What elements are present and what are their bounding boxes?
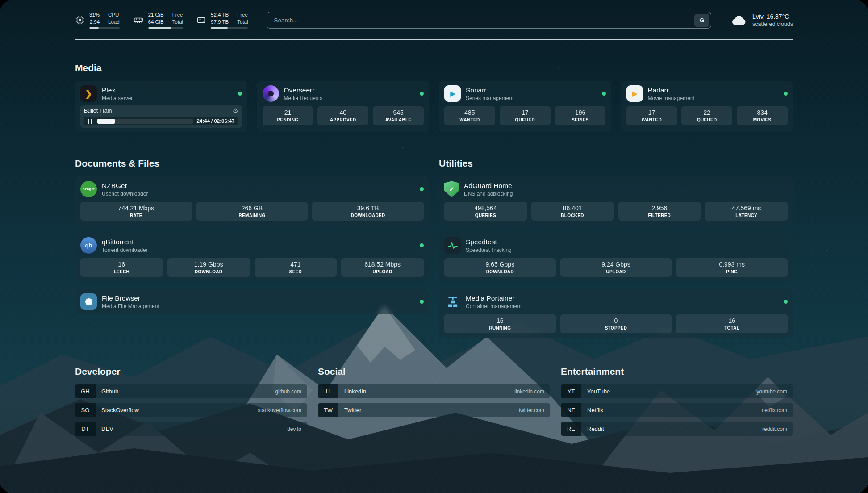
bookmark-reddit[interactable]: RE Reddit reddit.com: [561, 422, 793, 436]
bookmark-url: stackoverflow.com: [258, 407, 301, 414]
bookmark-url: netflix.com: [762, 407, 787, 414]
bookmark-url: github.com: [275, 389, 301, 395]
section-heading-utilities: Utilities: [439, 158, 793, 169]
status-dot: [420, 187, 424, 191]
media-grid: ❯ Plex Media server Bullet Train ⚙: [75, 81, 793, 132]
stat-movies: 834MOVIES: [737, 106, 788, 125]
radarr-icon: ▶: [626, 85, 643, 102]
nzbget-icon: nzbget: [80, 181, 97, 197]
service-card-portainer[interactable]: Media Portainer Container management 16R…: [439, 289, 793, 338]
status-dot: [602, 92, 606, 96]
stat-queries: 498,564QUERIES: [444, 202, 527, 221]
cloud-icon: [730, 14, 747, 26]
stat-upload: 618.52 MbpsUPLOAD: [341, 258, 424, 277]
pause-button[interactable]: [86, 119, 94, 124]
bookmark-youtube[interactable]: YT YouTube youtube.com: [561, 384, 793, 398]
section-heading-documents: Documents & Files: [75, 158, 429, 169]
service-subtitle: Usenet downloader: [102, 191, 148, 197]
bookmarks-entertainment: Entertainment YT YouTube youtube.com NF …: [561, 358, 793, 441]
stat-total: 16TOTAL: [676, 314, 788, 333]
bookmark-linkedin[interactable]: LI LinkedIn linkedin.com: [318, 384, 550, 398]
memory-usage-bar: [148, 27, 183, 29]
header-divider: [75, 39, 793, 40]
bookmarks-social: Social LI LinkedIn linkedin.com TW Twitt…: [318, 358, 550, 441]
service-card-filebrowser[interactable]: File Browser Media File Management: [75, 289, 429, 314]
sonarr-icon: ▶: [444, 85, 461, 102]
adguard-shield-icon: ✓: [444, 181, 459, 197]
service-card-overseerr[interactable]: Overseerr Media Requests 21PENDING 40APP…: [257, 81, 430, 132]
service-title: Radarr: [648, 86, 695, 94]
stat-blocked: 86,401BLOCKED: [531, 202, 614, 221]
service-title: Plex: [102, 86, 133, 94]
disk-label: Free: [237, 12, 248, 19]
service-card-plex[interactable]: ❯ Plex Media server Bullet Train ⚙: [75, 81, 247, 132]
gear-icon[interactable]: ⚙: [233, 108, 238, 114]
service-card-nzbget[interactable]: nzbget NZBGet Usenet downloader 744.21 M…: [75, 176, 429, 225]
cpu-label-2: Load: [108, 19, 120, 26]
service-card-adguard[interactable]: ✓ AdGuard Home DNS and adblocking 498,56…: [439, 176, 793, 225]
service-subtitle: Torrent downloader: [102, 247, 148, 253]
service-subtitle: Movie management: [648, 95, 695, 101]
section-heading-social: Social: [318, 366, 550, 377]
bookmark-github[interactable]: GH Github github.com: [75, 384, 307, 398]
disk-usage-bar: [211, 27, 248, 29]
stat-queued: 17QUEUED: [500, 106, 551, 125]
stat-queued: 22QUEUED: [681, 106, 732, 125]
bookmark-url: reddit.com: [762, 426, 787, 432]
bookmark-netflix[interactable]: NF Netflix netflix.com: [561, 403, 793, 417]
cpu-load: 2.94: [90, 19, 100, 26]
portainer-icon: [444, 293, 461, 310]
cpu-usage-bar: [89, 27, 120, 29]
dashboard-content: 31% 2.94 CPU Load: [0, 0, 868, 493]
stat-remaining: 266 GBREMAINING: [196, 202, 308, 221]
stat-download: 9.65 GbpsDOWNLOAD: [444, 258, 556, 277]
service-title: AdGuard Home: [464, 182, 513, 190]
section-heading-entertainment: Entertainment: [561, 366, 793, 377]
cpu-widget: 31% 2.94 CPU Load: [75, 12, 120, 29]
service-card-radarr[interactable]: ▶ Radarr Movie management 17WANTED 22QUE…: [621, 81, 793, 132]
bookmark-name: Github: [101, 388, 118, 395]
bookmark-url: youtube.com: [756, 389, 787, 395]
disk-label-2: Total: [237, 19, 248, 26]
bookmark-abbr: SO: [75, 403, 96, 417]
status-dot: [420, 92, 424, 96]
stat-latency: 47.569 msLATENCY: [705, 202, 788, 221]
bookmark-twitter[interactable]: TW Twitter twitter.com: [318, 403, 550, 417]
service-card-sonarr[interactable]: ▶ Sonarr Series management 485WANTED 17Q…: [439, 81, 611, 132]
resource-widgets: 31% 2.94 CPU Load: [75, 12, 248, 29]
plex-time: 24:44 / 02:06:47: [196, 118, 234, 124]
plex-progress-bar[interactable]: [97, 119, 193, 124]
weather-condition: scattered clouds: [752, 21, 793, 27]
memory-widget: 21 GiB 64 GiB Free Total: [133, 12, 183, 29]
stat-filtered: 2,956FILTERED: [618, 202, 701, 221]
bookmark-stackoverflow[interactable]: SO StackOverflow stackoverflow.com: [75, 403, 307, 417]
stat-seed: 471SEED: [255, 258, 337, 277]
bookmark-name: Reddit: [587, 426, 604, 432]
search-input[interactable]: [268, 17, 694, 24]
weather-location: Lviv, 16.87°C: [752, 13, 793, 20]
disk-total: 97.9 TB: [211, 19, 229, 26]
bookmark-dev[interactable]: DT DEV dev.to: [75, 422, 307, 436]
bookmark-url: linkedin.com: [514, 389, 544, 395]
plex-now-playing: Bullet Train ⚙ 24:44 / 02:06:47: [80, 105, 242, 128]
stat-leech: 16LEECH: [80, 258, 163, 277]
bookmark-abbr: GH: [75, 384, 96, 398]
disk-free: 52.4 TB: [211, 12, 229, 19]
service-card-speedtest[interactable]: Speedtest Speedtest Tracking 9.65 GbpsDO…: [439, 233, 793, 281]
memory-label: Free: [172, 12, 183, 19]
service-card-qbittorrent[interactable]: qb qBittorrent Torrent downloader 16LEEC…: [75, 233, 429, 281]
service-subtitle: Container management: [466, 303, 522, 309]
bookmark-name: StackOverflow: [101, 407, 139, 414]
bookmark-abbr: DT: [75, 422, 96, 436]
two-column-section: Documents & Files nzbget NZBGet Usenet d…: [75, 150, 793, 338]
speedtest-icon: [444, 237, 461, 254]
stat-wanted: 17WANTED: [626, 106, 677, 125]
weather-widget[interactable]: Lviv, 16.87°C scattered clouds: [730, 13, 793, 27]
dashboard-screen: 31% 2.94 CPU Load: [0, 0, 868, 493]
memory-label-2: Total: [172, 19, 183, 26]
bookmark-abbr: LI: [318, 384, 338, 398]
stat-pending: 21PENDING: [263, 106, 313, 125]
stat-running: 16RUNNING: [444, 314, 556, 333]
stat-downloaded: 39.6 TBDOWNLOADED: [312, 202, 424, 221]
search-provider-button[interactable]: G: [694, 14, 709, 27]
